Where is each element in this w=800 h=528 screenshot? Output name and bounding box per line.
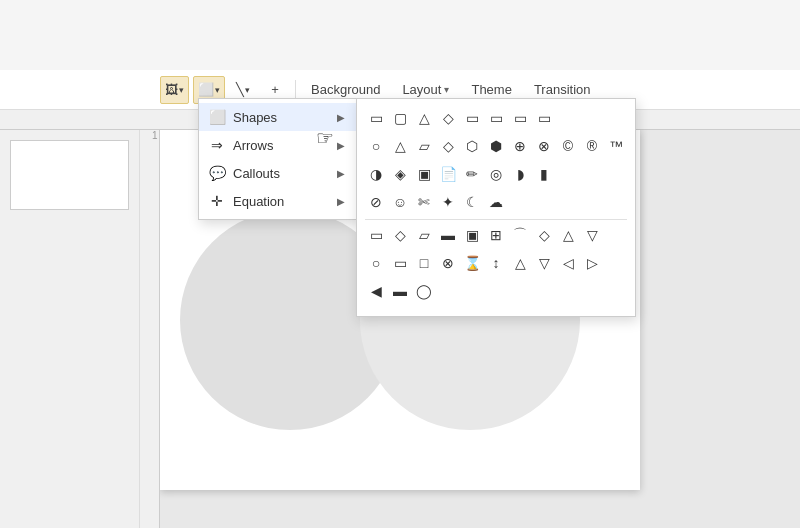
shapes-section-5: ▭ ◇ ▱ ▬ ▣ ⊞ ⌒ ◇ △ ▽ — [365, 224, 627, 246]
shape-pencil[interactable]: ✏ — [461, 163, 483, 185]
callouts-icon: 💬 — [209, 165, 225, 181]
slide-panel — [0, 130, 140, 528]
theme-label: Theme — [471, 82, 511, 97]
shapes-submenu: ▭ ▢ △ ◇ ▭ ▭ ▭ ▭ ○ △ ▱ ◇ ⬡ ⬢ ⊕ ⊗ © ® ™ ◑ … — [356, 98, 636, 317]
shapes-section-7: ◀ ▬ ◯ — [365, 280, 627, 302]
shape-4star[interactable]: ✦ — [437, 191, 459, 213]
insert-menu: ⬜ Shapes ▶ ⇒ Arrows ▶ 💬 Callouts ▶ ✛ Equ… — [198, 98, 358, 220]
image-button[interactable]: 🖼 ▾ — [160, 76, 189, 104]
shape-diamond[interactable]: ◇ — [437, 107, 459, 129]
menu-item-equation[interactable]: ✛ Equation ▶ — [199, 187, 357, 215]
shape-s-tri-l[interactable]: ◁ — [557, 252, 579, 274]
menu-item-callouts-left: 💬 Callouts — [209, 165, 280, 181]
shape-s-up-tri[interactable]: △ — [557, 224, 579, 246]
shape-s-updn[interactable]: ↕ — [485, 252, 507, 274]
shape-half2[interactable]: ◗ — [509, 163, 531, 185]
shape-s-rect[interactable]: ▭ — [365, 224, 387, 246]
shape-s-rect2[interactable]: ▭ — [389, 252, 411, 274]
shape-hex2[interactable]: ⬢ — [485, 135, 507, 157]
background-label: Background — [311, 82, 380, 97]
shape-reg[interactable]: ® — [581, 135, 603, 157]
shape-s-db-rect[interactable]: ⊞ — [485, 224, 507, 246]
shapes-divider — [365, 219, 627, 220]
slide-thumbnail[interactable] — [10, 140, 129, 210]
arrows-arrow: ▶ — [337, 140, 345, 151]
shape-s-big-circ[interactable]: ◯ — [413, 280, 435, 302]
shape-s-para[interactable]: ▱ — [413, 224, 435, 246]
shape-small-rect[interactable]: ▣ — [413, 163, 435, 185]
shape-rounded-rect[interactable]: ▢ — [389, 107, 411, 129]
shape-scissors[interactable]: ✄ — [413, 191, 435, 213]
shape-plus-circle[interactable]: ⊕ — [509, 135, 531, 157]
shape-cloud[interactable]: ☁ — [485, 191, 507, 213]
menu-item-shapes[interactable]: ⬜ Shapes ▶ — [199, 103, 357, 131]
shape-icon: ⬜ — [198, 82, 214, 97]
shape-s-diamond[interactable]: ◇ — [389, 224, 411, 246]
shape-s-filled-tri[interactable]: ◀ — [365, 280, 387, 302]
image-arrow: ▾ — [179, 85, 184, 95]
arrows-label: Arrows — [233, 138, 273, 153]
shapes-icon: ⬜ — [209, 109, 225, 125]
shape-para[interactable]: ▱ — [413, 135, 435, 157]
shape-no[interactable]: ⊘ — [365, 191, 387, 213]
shape-copy[interactable]: © — [557, 135, 579, 157]
shape-doc[interactable]: 📄 — [437, 163, 459, 185]
shape-moon[interactable]: ☾ — [461, 191, 483, 213]
shape-s-lined[interactable]: ▣ — [461, 224, 483, 246]
equation-arrow: ▶ — [337, 196, 345, 207]
shape-s-tri-r[interactable]: ▷ — [581, 252, 603, 274]
shape-arrow: ▾ — [215, 85, 220, 95]
shape-half-circle[interactable]: ◑ — [365, 163, 387, 185]
shapes-label: Shapes — [233, 110, 277, 125]
shape-s-tri-up[interactable]: △ — [509, 252, 531, 274]
shape-x-circle[interactable]: ⊗ — [533, 135, 555, 157]
arrows-icon: ⇒ — [209, 137, 225, 153]
menu-item-arrows-left: ⇒ Arrows — [209, 137, 273, 153]
shape-ring[interactable]: ◎ — [485, 163, 507, 185]
shape-rect5[interactable]: ▭ — [533, 107, 555, 129]
shapes-section-1: ▭ ▢ △ ◇ ▭ ▭ ▭ ▭ — [365, 107, 627, 129]
shape-s-small-d[interactable]: ◇ — [533, 224, 555, 246]
shape-dia2[interactable]: ◇ — [437, 135, 459, 157]
shape-s-xmark[interactable]: ⊗ — [437, 252, 459, 274]
shape-circle[interactable]: ○ — [365, 135, 387, 157]
shape-rect4[interactable]: ▭ — [509, 107, 531, 129]
shape-square[interactable]: ▭ — [365, 107, 387, 129]
separator-1 — [295, 80, 296, 100]
menu-item-callouts[interactable]: 💬 Callouts ▶ — [199, 159, 357, 187]
shapes-section-4: ⊘ ☺ ✄ ✦ ☾ ☁ — [365, 191, 627, 213]
shape-rect3[interactable]: ▭ — [485, 107, 507, 129]
plus-icon: + — [271, 82, 279, 97]
shape-hex[interactable]: ⬡ — [461, 135, 483, 157]
menu-item-equation-left: ✛ Equation — [209, 193, 284, 209]
ruler-left — [140, 130, 160, 528]
callouts-label: Callouts — [233, 166, 280, 181]
shape-block[interactable]: ▮ — [533, 163, 555, 185]
layout-arrow: ▾ — [444, 84, 449, 95]
slide-number: 1 — [152, 130, 158, 141]
line-arrow: ▾ — [245, 85, 250, 95]
shape-s-dn-tri[interactable]: ▽ — [581, 224, 603, 246]
line-icon: ╲ — [236, 82, 244, 97]
menu-item-arrows[interactable]: ⇒ Arrows ▶ — [199, 131, 357, 159]
shape-s-block[interactable]: ▬ — [437, 224, 459, 246]
shape-s-hourglass[interactable]: ⌛ — [461, 252, 483, 274]
shape-s-circle[interactable]: ○ — [365, 252, 387, 274]
shape-tri2[interactable]: △ — [389, 135, 411, 157]
shape-s-sq[interactable]: □ — [413, 252, 435, 274]
shape-s-hrect[interactable]: ▬ — [389, 280, 411, 302]
shape-tm[interactable]: ™ — [605, 135, 627, 157]
shape-s-arc[interactable]: ⌒ — [509, 224, 531, 246]
shape-smiley[interactable]: ☺ — [389, 191, 411, 213]
shape-diamond2[interactable]: ◈ — [389, 163, 411, 185]
equation-icon: ✛ — [209, 193, 225, 209]
shapes-section-3: ◑ ◈ ▣ 📄 ✏ ◎ ◗ ▮ — [365, 163, 627, 185]
shapes-section-6: ○ ▭ □ ⊗ ⌛ ↕ △ ▽ ◁ ▷ — [365, 252, 627, 274]
shapes-section-2: ○ △ ▱ ◇ ⬡ ⬢ ⊕ ⊗ © ® ™ — [365, 135, 627, 157]
shape-s-tri-dn[interactable]: ▽ — [533, 252, 555, 274]
image-icon: 🖼 — [165, 82, 178, 97]
shape-rect2[interactable]: ▭ — [461, 107, 483, 129]
shape-triangle[interactable]: △ — [413, 107, 435, 129]
shapes-arrow: ▶ — [337, 112, 345, 123]
menu-item-shapes-left: ⬜ Shapes — [209, 109, 277, 125]
